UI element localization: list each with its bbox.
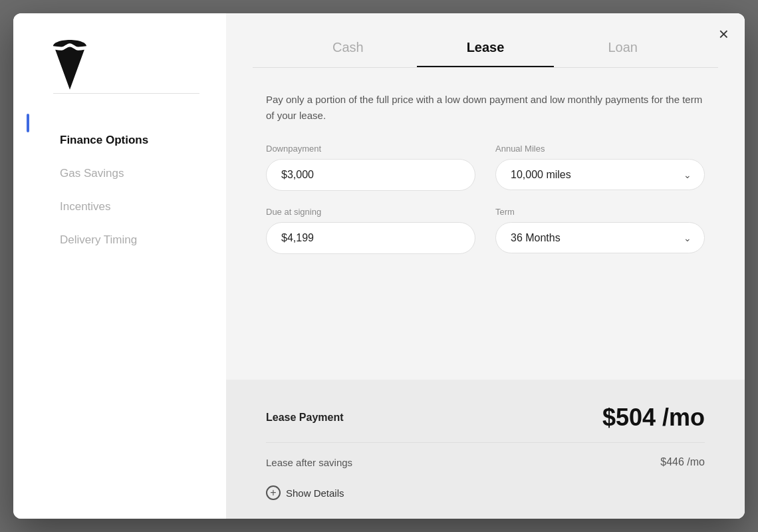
lease-description: Pay only a portion of the full price wit… xyxy=(266,92,705,124)
term-select[interactable]: 24 Months 36 Months 48 Months xyxy=(495,222,705,253)
main-content: × Cash Lease Loan Pay only a portion of … xyxy=(226,13,745,519)
lease-form: Downpayment Annual Miles 10,000 miles 12… xyxy=(266,144,705,254)
downpayment-group: Downpayment xyxy=(266,144,475,191)
sidebar-item-finance-options[interactable]: Finance Options xyxy=(53,134,199,147)
sidebar-item-incentives[interactable]: Incentives xyxy=(53,200,199,213)
annual-miles-select-wrapper: 10,000 miles 12,000 miles 15,000 miles ⌄ xyxy=(495,159,705,190)
tesla-logo xyxy=(53,40,86,73)
tab-loan[interactable]: Loan xyxy=(554,40,692,67)
lease-payment-label: Lease Payment xyxy=(266,412,344,424)
tab-lease[interactable]: Lease xyxy=(417,40,555,67)
due-at-signing-group: Due at signing xyxy=(266,207,475,254)
lease-payment-value: $504 /mo xyxy=(602,404,705,432)
sidebar: Finance Options Gas Savings Incentives D… xyxy=(13,13,226,519)
lease-after-savings-row: Lease after savings $446 /mo xyxy=(266,451,705,473)
term-select-wrapper: 24 Months 36 Months 48 Months ⌄ xyxy=(495,222,705,253)
lease-after-savings-label: Lease after savings xyxy=(266,457,352,468)
tab-cash[interactable]: Cash xyxy=(279,40,417,67)
downpayment-input[interactable] xyxy=(266,159,475,191)
lease-after-savings-value: $446 /mo xyxy=(660,456,705,468)
sidebar-nav: Finance Options Gas Savings Incentives D… xyxy=(53,114,199,247)
show-details-button[interactable]: + Show Details xyxy=(266,485,344,500)
form-area: Pay only a portion of the full price wit… xyxy=(226,68,745,358)
annual-miles-select[interactable]: 10,000 miles 12,000 miles 15,000 miles xyxy=(495,159,705,190)
term-label: Term xyxy=(495,207,705,217)
lease-payment-row: Lease Payment $504 /mo xyxy=(266,398,705,443)
due-at-signing-label: Due at signing xyxy=(266,207,475,217)
annual-miles-label: Annual Miles xyxy=(495,144,705,154)
term-group: Term 24 Months 36 Months 48 Months ⌄ xyxy=(495,207,705,254)
downpayment-label: Downpayment xyxy=(266,144,475,154)
due-at-signing-input[interactable] xyxy=(266,222,475,254)
payment-summary: Lease Payment $504 /mo Lease after savin… xyxy=(226,380,745,519)
sidebar-divider xyxy=(53,93,199,94)
annual-miles-group: Annual Miles 10,000 miles 12,000 miles 1… xyxy=(495,144,705,191)
sidebar-item-gas-savings[interactable]: Gas Savings xyxy=(53,167,199,180)
tabs: Cash Lease Loan xyxy=(226,13,745,67)
show-details-plus-icon: + xyxy=(266,485,281,500)
close-button[interactable]: × xyxy=(719,25,729,43)
sidebar-active-indicator xyxy=(27,114,29,132)
sidebar-item-delivery-timing[interactable]: Delivery Timing xyxy=(53,233,199,247)
modal: Finance Options Gas Savings Incentives D… xyxy=(13,13,745,519)
show-details-label: Show Details xyxy=(286,487,344,499)
